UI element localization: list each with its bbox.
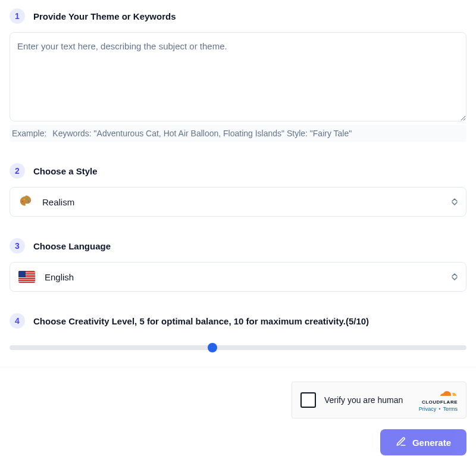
step-theme: 1 Provide Your Theme or Keywords Example… — [10, 8, 466, 142]
step-header: 1 Provide Your Theme or Keywords — [10, 8, 466, 24]
language-selected-value: English — [45, 272, 442, 282]
generate-row: Generate — [10, 429, 466, 455]
captcha-widget[interactable]: Verify you are human CLOUDFLARE Privacy … — [292, 382, 466, 418]
step-title: Choose Creativity Level, 5 for optimal b… — [33, 316, 369, 326]
svg-point-2 — [26, 199, 27, 200]
captcha-label: Verify you are human — [324, 395, 411, 405]
captcha-terms-link[interactable]: Terms — [443, 406, 458, 412]
creativity-slider[interactable] — [10, 345, 466, 350]
dot-separator: • — [439, 406, 440, 412]
step-title: Provide Your Theme or Keywords — [33, 11, 176, 21]
generate-button[interactable]: Generate — [380, 429, 466, 455]
step-header: 3 Choose Language — [10, 238, 466, 254]
svg-point-1 — [24, 199, 25, 200]
step-number-badge: 1 — [10, 8, 25, 24]
theme-input[interactable] — [10, 32, 466, 121]
divider — [0, 367, 476, 367]
generate-button-label: Generate — [412, 438, 451, 448]
step-title: Choose Language — [33, 241, 111, 251]
step-creativity: 4 Choose Creativity Level, 5 for optimal… — [10, 313, 466, 350]
slider-thumb[interactable] — [208, 343, 217, 352]
cloudflare-logo-icon — [437, 389, 458, 398]
captcha-privacy-link[interactable]: Privacy — [419, 406, 437, 412]
example-row: Example: Keywords: "Adventurous Cat, Hot… — [10, 125, 466, 142]
step-header: 4 Choose Creativity Level, 5 for optimal… — [10, 313, 466, 329]
svg-point-3 — [28, 201, 29, 202]
svg-point-0 — [22, 201, 23, 202]
style-selected-value: Realism — [42, 197, 442, 207]
step-style: 2 Choose a Style Realism — [10, 163, 466, 217]
captcha-row: Verify you are human CLOUDFLARE Privacy … — [10, 382, 466, 418]
language-select[interactable]: English — [10, 262, 466, 292]
flag-us-icon — [18, 271, 35, 283]
step-header: 2 Choose a Style — [10, 163, 466, 179]
captcha-brand-text: CLOUDFLARE — [422, 399, 458, 405]
chevron-up-down-icon — [452, 273, 458, 280]
captcha-brand: CLOUDFLARE Privacy • Terms — [419, 389, 458, 412]
captcha-checkbox[interactable] — [300, 392, 316, 408]
example-label: Example: — [12, 129, 46, 138]
chevron-up-down-icon — [452, 198, 458, 205]
palette-icon — [18, 195, 33, 209]
step-number-badge: 2 — [10, 163, 25, 179]
edit-icon — [396, 436, 406, 449]
step-language: 3 Choose Language English — [10, 238, 466, 292]
slider-track — [10, 345, 466, 350]
style-select[interactable]: Realism — [10, 187, 466, 217]
example-text: Keywords: "Adventurous Cat, Hot Air Ball… — [52, 129, 352, 138]
step-title: Choose a Style — [33, 166, 98, 176]
step-number-badge: 4 — [10, 313, 25, 329]
step-number-badge: 3 — [10, 238, 25, 254]
captcha-links: Privacy • Terms — [419, 406, 458, 412]
